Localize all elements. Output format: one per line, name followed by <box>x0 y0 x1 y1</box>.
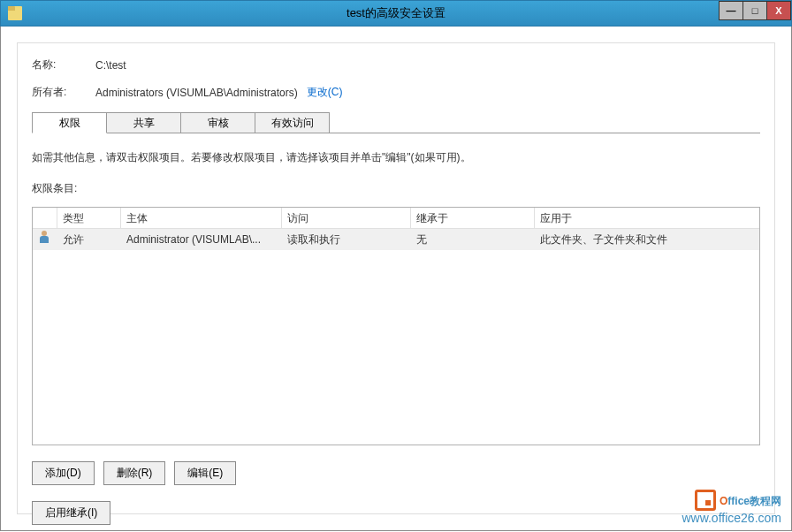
instructions-text: 如需其他信息，请双击权限项目。若要修改权限项目，请选择该项目并单击"编辑"(如果… <box>32 150 760 165</box>
inherit-row: 启用继承(I) <box>32 501 760 525</box>
watermark-brand: Office教程网 <box>682 490 781 511</box>
header-access[interactable]: 访问 <box>282 208 411 228</box>
close-button[interactable]: X <box>766 1 791 20</box>
row-type: 允许 <box>57 229 121 250</box>
row-access: 读取和执行 <box>282 229 411 250</box>
row-inherited: 无 <box>411 229 535 250</box>
user-icon <box>38 231 50 243</box>
maximize-button[interactable]: □ <box>742 1 767 20</box>
folder-icon <box>8 6 22 20</box>
edit-button[interactable]: 编辑(E) <box>174 461 236 485</box>
header-type[interactable]: 类型 <box>57 208 121 228</box>
owner-label: 所有者: <box>32 85 95 100</box>
watermark-o: O <box>720 495 727 507</box>
window-body: 名称: C:\test 所有者: Administrators (VISUMLA… <box>0 27 792 531</box>
remove-button[interactable]: 删除(R) <box>103 461 166 485</box>
minimize-button[interactable]: — <box>719 1 743 20</box>
tab-share[interactable]: 共享 <box>106 112 181 133</box>
add-button[interactable]: 添加(D) <box>32 461 95 485</box>
tab-bar: 权限 共享 审核 有效访问 <box>32 112 760 133</box>
watermark-text: ffice教程网 <box>727 495 781 507</box>
window-controls: — □ X <box>720 1 791 26</box>
watermark-logo-icon <box>695 490 716 511</box>
tab-audit[interactable]: 审核 <box>180 112 255 133</box>
enable-inheritance-button[interactable]: 启用继承(I) <box>32 501 110 525</box>
tab-effective-access[interactable]: 有效访问 <box>255 112 330 133</box>
tab-permissions[interactable]: 权限 <box>32 112 107 133</box>
watermark-url: www.office26.com <box>682 511 781 525</box>
owner-row: 所有者: Administrators (VISUMLAB\Administra… <box>32 85 760 100</box>
header-principal[interactable]: 主体 <box>121 208 282 228</box>
name-value: C:\test <box>95 59 126 72</box>
name-label: 名称: <box>32 57 95 72</box>
permission-entries-label: 权限条目: <box>32 181 760 196</box>
watermark: Office教程网 www.office26.com <box>682 490 781 525</box>
row-principal: Administrator (VISUMLAB\... <box>121 229 282 250</box>
table-header: 类型 主体 访问 继承于 应用于 <box>33 208 759 229</box>
title-bar: test的高级安全设置 — □ X <box>0 0 792 27</box>
change-owner-link[interactable]: 更改(C) <box>307 85 343 100</box>
permissions-table: 类型 主体 访问 继承于 应用于 允许 Administrator (VISUM… <box>32 207 760 445</box>
owner-value: Administrators (VISUMLAB\Administrators) <box>95 87 298 99</box>
name-row: 名称: C:\test <box>32 57 760 72</box>
button-row: 添加(D) 删除(R) 编辑(E) <box>32 461 760 485</box>
window-title: test的高级安全设置 <box>346 5 446 21</box>
header-inherited[interactable]: 继承于 <box>411 208 535 228</box>
row-icon-cell <box>33 229 57 250</box>
header-applies[interactable]: 应用于 <box>535 208 759 228</box>
header-blank <box>33 208 57 228</box>
table-row[interactable]: 允许 Administrator (VISUMLAB\... 读取和执行 无 此… <box>33 229 759 250</box>
tab-underline <box>32 133 760 133</box>
row-applies: 此文件夹、子文件夹和文件 <box>535 229 759 250</box>
content-wrap: 名称: C:\test 所有者: Administrators (VISUMLA… <box>17 42 775 514</box>
